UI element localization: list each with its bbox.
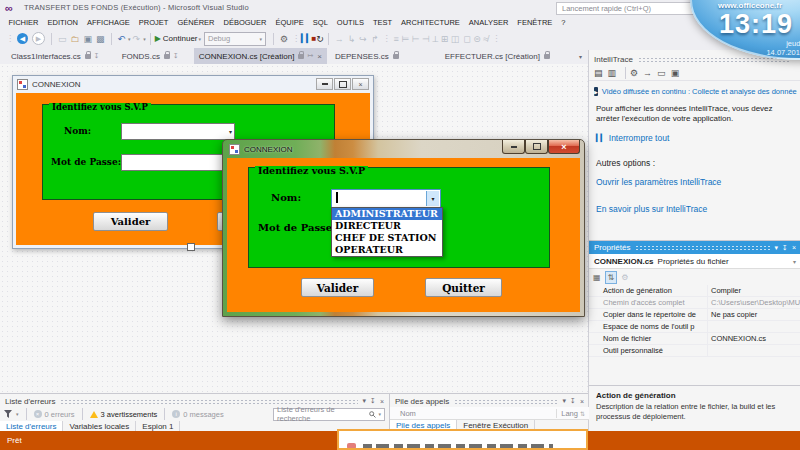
groupbox-title: Identifiez vous S.V.P xyxy=(49,103,151,112)
debug-configuration-dropdown[interactable]: Debug▾ xyxy=(204,32,266,46)
learn-more-link[interactable]: En savoir plus sur IntelliTrace xyxy=(596,204,794,214)
name-combobox[interactable]: ▾ xyxy=(331,189,441,208)
error-search-input[interactable]: Liste d'erreurs de recherche ▾ xyxy=(273,408,385,421)
step-out-icon[interactable]: ↱ xyxy=(371,32,379,46)
navigate-back-icon[interactable]: ◀ xyxy=(17,33,28,44)
continue-button[interactable]: Continuer xyxy=(163,34,198,43)
dropdown-option-operateur[interactable]: OPERATEUR xyxy=(332,244,442,256)
save-all-icon[interactable]: ▩ xyxy=(96,32,105,46)
step-into-icon[interactable]: ↳ xyxy=(348,32,356,46)
dropdown-option-directeur[interactable]: DIRECTEUR xyxy=(332,220,442,232)
menu-item-outils[interactable]: OUTILS xyxy=(332,18,368,27)
designer-valider-button[interactable]: Valider xyxy=(93,212,168,231)
menu-item-generer[interactable]: GÉNÉRER xyxy=(173,18,219,27)
minimize-button[interactable] xyxy=(316,78,333,90)
tab-depenses[interactable]: DEPENSES.cs xyxy=(330,48,404,64)
minimize-button[interactable] xyxy=(502,140,525,154)
pin-icon[interactable]: ↧ xyxy=(570,397,576,405)
tab-effectuer[interactable]: EFFECTUER.cs [Création] xyxy=(440,48,555,64)
tab-fonds[interactable]: FONDS.cs ↧ xyxy=(117,48,184,64)
events-view-icon[interactable]: ▤ xyxy=(594,68,603,78)
menu-item-analyser[interactable]: ANALYSER xyxy=(464,18,512,27)
tab-overflow-chevron[interactable]: ▾ xyxy=(579,53,582,60)
tab-class1interfaces[interactable]: Class1Interfaces.cs ↧ xyxy=(6,48,105,64)
settings-gear-icon[interactable]: ⚙ xyxy=(630,68,638,78)
save-icon[interactable]: ▣ xyxy=(671,68,680,78)
save-icon[interactable]: ▣ xyxy=(84,32,93,46)
call-stack-header[interactable]: Pile des appels ▾ ↧ × xyxy=(390,395,589,407)
menu-item-projet[interactable]: PROJET xyxy=(134,18,173,27)
property-row[interactable]: Espace de noms de l'outil p xyxy=(589,321,800,333)
close-button[interactable]: × xyxy=(548,140,580,154)
properties-object-dropdown[interactable]: CONNEXION.cs Propriétés du fichier ▾ xyxy=(589,254,800,269)
combobox-dropdown-button[interactable]: ▾ xyxy=(426,191,439,206)
property-row[interactable]: Nom de fichier CONNEXION.cs xyxy=(589,333,800,345)
redo-icon[interactable]: ↷ xyxy=(133,32,141,46)
messages-count[interactable]: 0 messages xyxy=(183,410,223,419)
step-over-icon[interactable]: ↪ xyxy=(359,32,367,46)
break-all-link[interactable]: ▎▎ Interrompre tout xyxy=(596,133,794,143)
error-list-toolbar: ▾ × 0 erreurs 3 avertissements i 0 messa… xyxy=(0,407,389,421)
menu-item-architecture[interactable]: ARCHITECTURE xyxy=(397,18,465,27)
video-row[interactable]: ▶ Vidéo diffusée en continu : Collecte e… xyxy=(594,87,796,96)
undo-icon[interactable]: ↶ xyxy=(118,32,126,46)
close-icon[interactable]: × xyxy=(380,398,384,405)
designer-password-textbox[interactable] xyxy=(121,154,235,171)
menu-item-fenetre[interactable]: FENÊTRE xyxy=(513,18,557,27)
property-row[interactable]: Copier dans le répertoire de Ne pas copi… xyxy=(589,309,800,321)
designer-name-combobox[interactable]: ▾ xyxy=(121,123,235,140)
open-intellitrace-settings-link[interactable]: Ouvrir les paramètres IntelliTrace xyxy=(596,177,794,187)
window-icon[interactable]: ▭ xyxy=(657,68,666,78)
categorized-icon[interactable]: ▦ xyxy=(593,273,601,282)
pin-icon[interactable]: ↧ xyxy=(782,244,788,252)
warnings-count[interactable]: 3 avertissements xyxy=(101,410,158,419)
tab-connexion-active[interactable]: CONNEXION.cs [Création] ↦ × xyxy=(194,48,327,64)
column-nom[interactable]: Nom xyxy=(390,409,416,418)
property-row[interactable]: Outil personnalisé xyxy=(589,345,800,357)
menu-item-equipe[interactable]: ÉQUIPE xyxy=(271,18,308,27)
close-icon[interactable]: × xyxy=(580,398,584,405)
pin-icon[interactable]: ↧ xyxy=(370,397,376,405)
filter-icon[interactable] xyxy=(4,410,12,418)
notification-icon-fragment xyxy=(347,443,356,449)
dropdown-option-chef-de-station[interactable]: CHEF DE STATION xyxy=(332,232,442,244)
column-langue[interactable]: Lang ⇅ xyxy=(556,409,589,418)
quitter-button[interactable]: Quitter xyxy=(425,278,502,297)
calls-view-icon[interactable]: ▥ xyxy=(608,68,617,78)
menu-item-fichier[interactable]: FICHIER xyxy=(4,18,43,27)
property-row[interactable]: Chemin d'accès complet C:\Users\user\Des… xyxy=(589,297,800,309)
close-tab-icon[interactable]: × xyxy=(317,52,322,61)
dropdown-option-administrateur[interactable]: ADMINISTRATEUR xyxy=(332,208,442,220)
maximize-button[interactable] xyxy=(525,140,548,154)
clipped-notification-popup[interactable] xyxy=(337,429,588,450)
property-pages-icon[interactable]: ⚙ xyxy=(621,273,628,282)
menu-item-edition[interactable]: EDITION xyxy=(43,18,82,27)
maximize-button[interactable] xyxy=(334,78,351,90)
video-link[interactable]: Vidéo diffusée en continu : Collecte et … xyxy=(602,87,797,96)
property-row[interactable]: Action de génération Compiler xyxy=(589,285,800,297)
menu-item-aide[interactable]: ? xyxy=(557,18,570,27)
restart-icon[interactable]: ↻ xyxy=(316,34,324,44)
window-position-icon[interactable]: ▾ xyxy=(363,397,367,405)
alphabetical-sort-icon[interactable]: ⇅ xyxy=(605,271,618,284)
running-connexion-window[interactable]: CONNEXION × Identifiez vous S.V.P Nom: ▾… xyxy=(222,139,585,317)
window-position-icon[interactable]: ▾ xyxy=(775,244,779,252)
attach-process-icon[interactable]: ⚙ xyxy=(280,32,288,46)
properties-panel-header[interactable]: Propriétés ▾ ↧ × xyxy=(589,241,800,254)
window-position-icon[interactable]: ▾ xyxy=(563,397,567,405)
close-button[interactable]: × xyxy=(352,78,369,90)
new-file-icon[interactable]: ▭ xyxy=(58,32,67,46)
menu-item-deboguer[interactable]: DÉBOGUER xyxy=(219,18,271,27)
show-next-statement-icon[interactable]: → xyxy=(335,32,344,46)
errors-count[interactable]: 0 erreurs xyxy=(45,410,75,419)
valider-button[interactable]: Valider xyxy=(301,278,374,297)
designer-resize-handle[interactable] xyxy=(187,243,195,251)
close-icon[interactable]: × xyxy=(792,244,796,251)
menu-item-sql[interactable]: SQL xyxy=(308,18,332,27)
navigate-forward-icon[interactable]: ▶ xyxy=(32,32,45,45)
open-file-icon[interactable]: 🗀 xyxy=(71,32,80,46)
goto-icon[interactable]: → xyxy=(643,68,652,78)
pause-icon[interactable]: ▎▎ xyxy=(301,34,311,43)
menu-item-test[interactable]: TEST xyxy=(368,18,396,27)
menu-item-affichage[interactable]: AFFICHAGE xyxy=(82,18,134,27)
